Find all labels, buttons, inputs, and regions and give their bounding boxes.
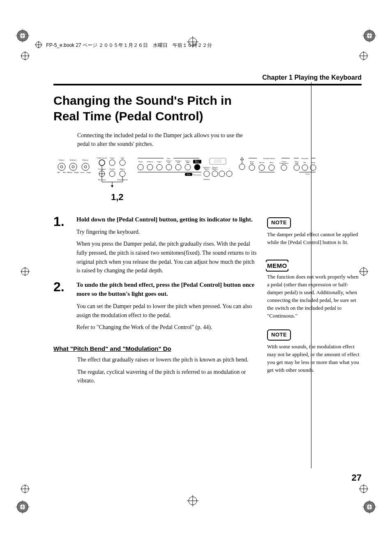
- svg-point-137: [310, 165, 316, 170]
- step-1: 1. Hold down the [Pedal Control] button,…: [53, 215, 259, 279]
- page-number: 27: [0, 472, 362, 483]
- step-number: 2.: [53, 280, 76, 335]
- svg-text:+: +: [229, 167, 230, 169]
- page-title: Changing the Sound's Pitch in Real Time …: [53, 93, 251, 124]
- framemaker-header: FP-5_e.book 27 ページ ２００５年１月２６日 水曜日 午前１０時２…: [35, 41, 212, 50]
- svg-text:Setup: Setup: [110, 157, 115, 159]
- svg-point-123: [249, 165, 255, 170]
- svg-point-45: [60, 166, 63, 168]
- registration-ring-icon: [362, 500, 376, 514]
- svg-text:Tone: Tone: [167, 157, 171, 159]
- chapter-heading: Chapter 1 Playing the Keyboard: [53, 74, 362, 81]
- svg-text:Organ: Organ: [157, 161, 161, 163]
- svg-text:Percussion: Percussion: [193, 174, 201, 176]
- crop-mark-icon: [21, 51, 30, 60]
- svg-text:Pad: Pad: [177, 161, 180, 164]
- subsection-paragraph: The regular, cyclical wavering of the pi…: [77, 368, 259, 385]
- svg-point-93: [185, 164, 191, 170]
- sidebar-note-text: With some sounds, the modulation effect …: [267, 343, 362, 374]
- svg-text:Others: Others: [204, 168, 209, 170]
- column-separator: [311, 82, 311, 468]
- svg-text:Stop: Stop: [295, 162, 299, 164]
- crop-mark-icon: [21, 484, 30, 493]
- svg-text:Max: Max: [63, 171, 66, 173]
- target-icon: [35, 41, 42, 50]
- svg-point-91: [166, 164, 172, 170]
- svg-point-55: [84, 166, 87, 168]
- svg-text:GM2: GM2: [186, 161, 190, 164]
- step-number: 1.: [53, 215, 76, 279]
- svg-point-113: [239, 164, 245, 170]
- svg-text:Bright: Bright: [74, 171, 79, 173]
- svg-text:Song: Song: [311, 161, 315, 164]
- memo-badge: MEMO: [267, 261, 287, 270]
- svg-text:Balance: Balance: [83, 159, 89, 161]
- svg-point-110: [226, 171, 232, 177]
- svg-point-90: [157, 164, 162, 170]
- step-paragraph: When you press the Damper pedal, the pit…: [76, 240, 259, 275]
- svg-point-135: [294, 165, 300, 170]
- step-heading: Hold down the [Pedal Control] button, ge…: [76, 215, 259, 224]
- svg-text:Clav: Clav: [167, 161, 171, 164]
- svg-text:Pedal Control: Pedal Control: [97, 157, 107, 159]
- svg-text:Min: Min: [58, 171, 60, 173]
- svg-text:Track: Track: [305, 173, 309, 175]
- step-paragraph: Refer to "Changing the Work of the Pedal…: [76, 323, 259, 332]
- svg-text:Variation: Variation: [203, 178, 210, 180]
- intro-text: Connecting the included pedal to the Dam…: [77, 131, 254, 148]
- svg-point-50: [72, 166, 74, 168]
- svg-text:Lower: Lower: [80, 171, 85, 173]
- crop-mark-icon: [21, 267, 30, 276]
- svg-point-61: [109, 160, 115, 166]
- svg-text:Rec: Rec: [303, 161, 306, 164]
- svg-point-107: [204, 171, 210, 177]
- svg-point-49: [69, 163, 77, 170]
- step-2: 2. To undo the pitch bend effect, press …: [53, 280, 259, 335]
- step-paragraph: You can set the Damper pedal to lower th…: [76, 302, 259, 320]
- registration-ring-icon: [362, 29, 376, 43]
- svg-point-44: [58, 163, 65, 170]
- svg-marker-144: [111, 185, 113, 188]
- registration-ring-icon: [16, 500, 30, 514]
- svg-point-63: [120, 160, 125, 166]
- subsection-heading: What "Pitch Bend" and "Modulation" Do: [53, 345, 259, 352]
- svg-text:Drum: Drum: [195, 161, 199, 164]
- step-paragraph: Try fingering the keyboard.: [76, 228, 259, 237]
- crop-mark-icon: [187, 495, 198, 507]
- svg-text:Effects: Effects: [120, 168, 125, 170]
- svg-point-109: [219, 171, 225, 177]
- svg-point-108: [212, 171, 218, 177]
- divider: [53, 84, 362, 85]
- svg-text:Stop: Stop: [250, 162, 254, 164]
- svg-point-125: [269, 165, 274, 170]
- svg-text:Upper: Upper: [87, 171, 92, 173]
- svg-text:Progression: Progression: [279, 162, 288, 164]
- step-heading: To undo the pitch bend effect, press the…: [76, 280, 259, 299]
- svg-text:Reverb: Reverb: [110, 168, 115, 170]
- svg-text:Bass: Bass: [270, 161, 274, 164]
- crop-mark-icon: [359, 51, 368, 60]
- svg-text:888: 888: [214, 159, 221, 164]
- svg-point-126: [281, 165, 287, 170]
- svg-text:-: -: [221, 167, 222, 169]
- subsection-paragraph: The effect that gradually raises or lowe…: [77, 355, 259, 364]
- svg-text:Mellow: Mellow: [67, 171, 73, 173]
- svg-point-69: [109, 171, 115, 177]
- svg-text:Volume: Volume: [59, 159, 65, 161]
- svg-text:Drum: Drum: [187, 174, 191, 175]
- header-file-text: FP-5_e.book 27 ページ ２００５年１月２６日 水曜日 午前１０時２…: [46, 42, 212, 48]
- svg-point-136: [302, 165, 308, 170]
- svg-text:E.Piano: E.Piano: [147, 161, 153, 163]
- registration-ring-icon: [16, 29, 30, 43]
- sidebar-note-text: The damper pedal effect cannot be applie…: [267, 231, 362, 246]
- svg-point-94: [194, 164, 200, 170]
- svg-point-89: [147, 164, 153, 170]
- svg-text:Drums: Drums: [259, 161, 264, 164]
- svg-point-54: [82, 163, 89, 170]
- sidebar-memo-text: The function does not work properly when…: [267, 273, 362, 320]
- svg-point-71: [120, 171, 125, 177]
- svg-text:Brilliance: Brilliance: [70, 159, 77, 161]
- svg-text:Recorder: Recorder: [302, 157, 309, 159]
- svg-point-88: [138, 164, 143, 170]
- svg-text:Split: Split: [121, 157, 125, 159]
